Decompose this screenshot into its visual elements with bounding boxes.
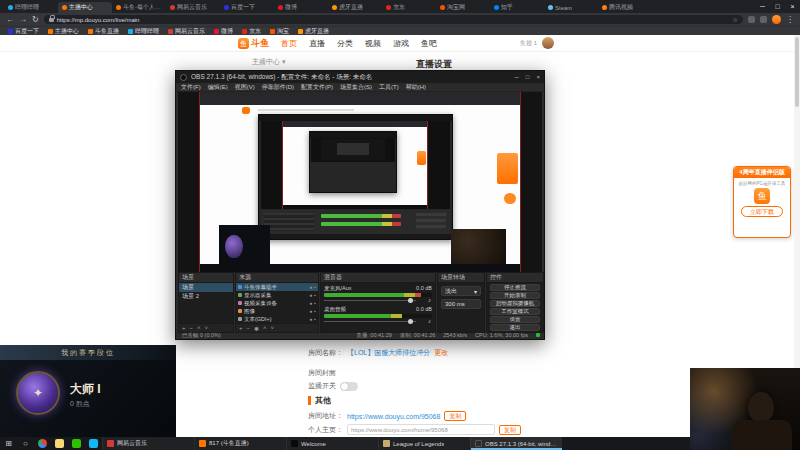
download-button[interactable]: 立即下载	[741, 206, 783, 217]
taskbar-app-league[interactable]: League of Legends	[378, 437, 470, 450]
browser-tab[interactable]: 哔哩哔哩	[4, 2, 58, 13]
obs-menu-profile[interactable]: 配置文件(P)	[301, 83, 333, 92]
source-up-icon[interactable]: ˄	[263, 325, 267, 331]
obs-menu-scene-collection[interactable]: 场景集合(S)	[340, 83, 372, 92]
remove-source-icon[interactable]: −	[247, 325, 251, 331]
lock-icon[interactable]: ▪	[314, 292, 316, 298]
nav-yuba[interactable]: 鱼吧	[421, 38, 437, 49]
copy-room-link-button[interactable]: 复制	[444, 411, 466, 421]
obs-preview-canvas[interactable]	[178, 92, 542, 272]
browser-tab[interactable]: 知乎	[490, 2, 544, 13]
douyu-logo[interactable]: 鱼 斗鱼	[238, 37, 269, 50]
lock-icon[interactable]: ▪	[314, 316, 316, 322]
lock-icon[interactable]: ▪	[314, 284, 316, 290]
browser-tab[interactable]: 百度一下	[220, 2, 274, 13]
scene-down-icon[interactable]: ˅	[205, 325, 209, 331]
monitor-toggle[interactable]	[340, 382, 358, 391]
nav-home[interactable]: 首页	[281, 38, 297, 49]
source-properties-gear-icon[interactable]: ✱	[254, 325, 259, 332]
file-explorer-icon[interactable]	[55, 439, 64, 448]
controls-dock-title[interactable]: 控件	[487, 273, 543, 283]
refresh-icon[interactable]: ↻	[32, 13, 39, 26]
transition-select[interactable]: 淡出 ▾	[441, 286, 481, 296]
taskbar-app-riot-client[interactable]: Welcome	[286, 437, 378, 450]
add-source-icon[interactable]: +	[239, 325, 243, 331]
start-button[interactable]: ⊞	[0, 437, 17, 450]
close-button[interactable]: ×	[785, 0, 800, 13]
taskbar-app-netease[interactable]: 网易云音乐	[102, 437, 194, 450]
scenes-dock-title[interactable]: 场景	[179, 273, 233, 283]
transition-duration-spinner[interactable]: 300 ms	[441, 299, 481, 309]
extension-icon[interactable]	[748, 16, 755, 23]
virtual-camera-button[interactable]: 启动虚拟摄像机	[490, 300, 540, 307]
obs-titlebar[interactable]: OBS 27.1.3 (64-bit, windows) - 配置文件: 未命名…	[176, 71, 544, 83]
nav-video[interactable]: 视频	[365, 38, 381, 49]
taskbar-app-obs[interactable]: OBS 27.1.3 (64-bit, windows)	[470, 437, 562, 450]
copy-home-link-button[interactable]: 复制	[499, 425, 521, 435]
transitions-dock-title[interactable]: 场景转场	[438, 273, 484, 283]
sources-dock-title[interactable]: 来源	[236, 273, 318, 283]
volume-slider[interactable]: ♪	[324, 318, 432, 325]
maximize-button[interactable]: □	[770, 0, 785, 13]
volume-slider[interactable]: ♪	[324, 297, 432, 304]
browser-tab[interactable]: Steam	[544, 2, 598, 13]
browser-tab[interactable]: 网易云音乐	[166, 2, 220, 13]
source-item[interactable]: 图像●▪	[236, 307, 318, 315]
source-item[interactable]: 文本(GDI+)●▪	[236, 315, 318, 323]
start-recording-button[interactable]: 开始录制	[490, 292, 540, 299]
browser-menu-icon[interactable]: ⋮	[786, 13, 794, 26]
chrome-taskbar-icon[interactable]	[38, 439, 47, 448]
visibility-eye-icon[interactable]: ●	[309, 308, 312, 314]
user-avatar[interactable]	[542, 37, 554, 49]
source-item[interactable]: 显示器采集●▪	[236, 291, 318, 299]
mixer-dock-title[interactable]: 混音器	[321, 273, 435, 283]
companion-promo-card[interactable]: 4周年直播伴侣版 超好用的PC端开播工具 鱼 立即下载	[733, 166, 791, 238]
studio-mode-button[interactable]: 工作室模式	[490, 308, 540, 315]
slider-knob[interactable]	[408, 319, 413, 324]
nav-live[interactable]: 直播	[309, 38, 325, 49]
settings-button[interactable]: 设置	[490, 316, 540, 323]
add-scene-icon[interactable]: +	[182, 325, 186, 331]
obs-maximize-button[interactable]: □	[526, 74, 530, 80]
browser-tab-active[interactable]: 主播中心	[58, 2, 112, 13]
lock-icon[interactable]: ▪	[314, 300, 316, 306]
search-icon[interactable]: ○	[17, 437, 34, 450]
lock-icon[interactable]: ▪	[314, 308, 316, 314]
bookmark-star-icon[interactable]: ☆	[733, 16, 738, 23]
obs-menu-help[interactable]: 帮助(H)	[406, 83, 426, 92]
obs-minimize-button[interactable]: ─	[515, 74, 519, 80]
browser-profile-avatar[interactable]	[772, 15, 781, 24]
browser-tab[interactable]: 虎牙直播	[328, 2, 382, 13]
obs-close-button[interactable]: ×	[536, 74, 540, 80]
browser-tab[interactable]: 京东	[382, 2, 436, 13]
minimize-button[interactable]: ─	[755, 0, 770, 13]
scene-item-selected[interactable]: 场景	[179, 283, 233, 292]
home-link-input[interactable]: https://www.douyu.com/home/95068	[347, 424, 495, 435]
obs-menu-docks[interactable]: 停靠部件(D)	[262, 83, 294, 92]
browser-tab[interactable]: 斗鱼-每个人的直播平台	[112, 2, 166, 13]
stop-streaming-button[interactable]: 停止推流	[490, 284, 540, 291]
source-item-selected[interactable]: 斗鱼弹幕助手●▪	[236, 283, 318, 291]
address-bar[interactable]: https://mp.douyu.com/live/main ☆	[44, 15, 743, 24]
obs-menu-edit[interactable]: 编辑(E)	[208, 83, 228, 92]
source-down-icon[interactable]: ˅	[271, 325, 275, 331]
browser-tab[interactable]: 腾讯视频	[598, 2, 652, 13]
room-name-edit-link[interactable]: 更改	[434, 348, 448, 358]
extension-icon[interactable]	[760, 16, 767, 23]
wechat-icon[interactable]	[72, 439, 81, 448]
visibility-eye-icon[interactable]: ●	[309, 300, 312, 306]
obs-menu-view[interactable]: 视图(V)	[235, 83, 255, 92]
room-link-value[interactable]: https://www.douyu.com/95068	[347, 413, 440, 420]
obs-menu-file[interactable]: 文件(F)	[181, 83, 201, 92]
browser-tab[interactable]: 微博	[274, 2, 328, 13]
visibility-eye-icon[interactable]: ●	[309, 284, 312, 290]
qq-icon[interactable]	[89, 439, 98, 448]
taskbar-app-douyu-room[interactable]: 817 (斗鱼直播)	[194, 437, 286, 450]
forward-icon[interactable]: →	[19, 13, 27, 26]
speaker-icon[interactable]: ♪	[428, 318, 431, 324]
back-icon[interactable]: ←	[6, 13, 14, 26]
nav-game[interactable]: 游戏	[393, 38, 409, 49]
scene-item[interactable]: 场景 2	[179, 292, 233, 301]
slider-knob[interactable]	[408, 298, 413, 303]
obs-menu-tools[interactable]: 工具(T)	[379, 83, 399, 92]
